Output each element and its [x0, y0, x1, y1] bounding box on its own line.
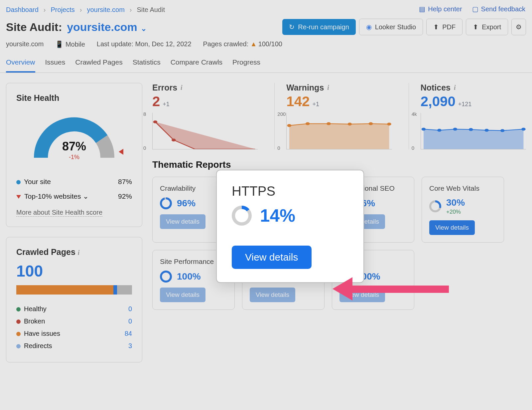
ring-icon [160, 197, 172, 209]
thematic-reports-title: Thematic Reports [152, 159, 526, 170]
meta-last-update: Last update: Mon, Dec 12, 2022 [97, 40, 192, 48]
looker-icon: ◉ [366, 23, 372, 31]
svg-point-8 [387, 122, 391, 125]
popup-pct: 14% [260, 205, 295, 226]
tab-statistics[interactable]: Statistics [133, 58, 161, 73]
view-details-button[interactable]: View details [160, 214, 205, 229]
svg-point-6 [348, 122, 352, 125]
site-health-title: Site Health [16, 93, 132, 103]
chevron-right-icon: › [130, 6, 132, 14]
gauge-marker-icon [119, 149, 123, 155]
warning-icon: ▲ [250, 40, 257, 48]
export-button[interactable]: ⬆Export [466, 19, 508, 35]
errors-stat: Errorsi 2+1 8 0 [152, 83, 258, 149]
crumb-domain[interactable]: yoursite.com [87, 6, 124, 14]
top10-dropdown[interactable]: Top-10% websites ⌄92% [16, 189, 132, 204]
upload-icon: ⬆ [473, 23, 478, 31]
view-details-button[interactable]: View details [160, 288, 205, 302]
errors-chart: 8 0 [152, 113, 258, 149]
svg-point-1 [172, 138, 176, 141]
crumb-projects[interactable]: Projects [51, 6, 75, 14]
tab-compare-crawls[interactable]: Compare Crawls [171, 58, 222, 73]
tab-overview[interactable]: Overview [6, 58, 35, 73]
view-details-button[interactable]: View details [250, 288, 295, 302]
book-icon: ▤ [419, 5, 425, 13]
svg-point-5 [327, 122, 331, 125]
chevron-down-icon: ⌄ [83, 192, 89, 200]
gauge-delta: -1% [16, 154, 132, 161]
tab-crawled-pages[interactable]: Crawled Pages [75, 58, 122, 73]
svg-point-0 [153, 120, 158, 123]
info-icon[interactable]: i [454, 84, 456, 92]
report-card-cwv: Core Web Vitals 30%+20% View details [422, 177, 504, 243]
svg-marker-9 [424, 129, 524, 149]
svg-point-10 [421, 128, 426, 131]
notices-chart: 4k 0 [421, 113, 526, 149]
send-feedback-link[interactable]: ▢Send feedback [472, 5, 525, 13]
crumb-current: Site Audit [137, 6, 165, 14]
meta-pages-crawled: Pages crawled: ▲100/100 [203, 40, 282, 48]
chevron-right-icon: › [44, 6, 46, 14]
tab-progress[interactable]: Progress [232, 58, 260, 73]
upload-icon: ⬆ [433, 23, 439, 31]
rerun-campaign-button[interactable]: ↻Re-run campaign [282, 19, 355, 35]
svg-point-11 [437, 129, 442, 132]
looker-studio-button[interactable]: ◉Looker Studio [359, 19, 423, 35]
meta-domain: yoursite.com [6, 40, 44, 48]
dot-icon [16, 180, 21, 184]
info-icon[interactable]: i [181, 84, 183, 92]
meta-device: 📱 Mobile [55, 40, 85, 48]
warnings-stat: Warningsi 142+1 200 0 [274, 83, 392, 149]
help-center-link[interactable]: ▤Help center [419, 5, 462, 13]
view-details-button[interactable]: View details [339, 288, 385, 302]
ring-icon [232, 206, 252, 226]
gauge-value: 87% [16, 139, 132, 153]
crawled-pages-card: Crawled Pages i 100 Healthy0 Broken0 Hav… [6, 237, 142, 362]
crawled-bar-chart [16, 285, 132, 295]
svg-point-12 [453, 128, 457, 131]
crawled-pages-title: Crawled Pages i [16, 247, 132, 257]
info-icon[interactable]: i [78, 249, 80, 256]
site-health-more-link[interactable]: More about Site Health score [16, 209, 102, 217]
gear-icon: ⚙ [516, 23, 522, 31]
https-popup: HTTPS 14% View details [216, 170, 364, 283]
chat-icon: ▢ [472, 5, 478, 13]
triangle-down-icon [16, 195, 21, 199]
tab-issues[interactable]: Issues [45, 58, 66, 73]
view-details-button[interactable]: View details [429, 220, 475, 235]
dot-icon [16, 319, 21, 324]
svg-point-14 [484, 129, 489, 132]
ring-icon [429, 200, 441, 212]
notices-stat: Noticesi 2,090+121 4k 0 [409, 83, 526, 149]
dot-icon [16, 344, 21, 348]
crumb-dashboard[interactable]: Dashboard [6, 6, 39, 14]
dot-icon [16, 332, 21, 336]
mobile-icon: 📱 [55, 41, 64, 48]
chevron-down-icon: ⌄ [141, 24, 147, 33]
warnings-chart: 200 0 [286, 113, 392, 149]
site-health-card: Site Health 87% -1% Your site87% Top-10%… [6, 83, 142, 227]
crawled-total: 100 [16, 257, 132, 285]
svg-point-3 [287, 124, 292, 127]
popup-title: HTTPS [232, 184, 348, 199]
info-icon[interactable]: i [327, 84, 329, 92]
svg-marker-2 [289, 124, 389, 149]
page-title: Site Audit: [6, 21, 62, 33]
ring-icon [160, 271, 172, 283]
svg-point-4 [306, 122, 310, 125]
domain-selector[interactable]: yoursite.com⌄ [67, 21, 147, 33]
svg-point-15 [500, 129, 504, 132]
popup-view-details-button[interactable]: View details [232, 246, 312, 269]
svg-point-16 [521, 128, 526, 131]
settings-button[interactable]: ⚙ [511, 19, 526, 35]
refresh-icon: ↻ [289, 23, 295, 31]
chevron-right-icon: › [80, 6, 82, 14]
pdf-button[interactable]: ⬆PDF [426, 19, 463, 35]
dot-icon [16, 307, 21, 311]
svg-point-7 [369, 122, 373, 125]
svg-point-13 [469, 128, 473, 131]
